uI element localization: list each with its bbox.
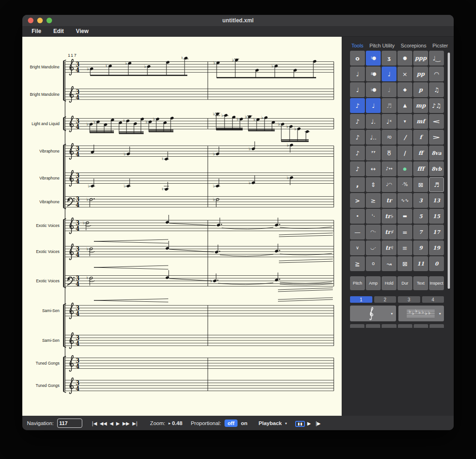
text-button[interactable]: Text [413, 276, 428, 290]
proportional-off-button[interactable]: off [225, 419, 238, 427]
duration-arrows-button[interactable]: ↔ [366, 161, 381, 176]
step-back-button[interactable]: ◀ [108, 420, 115, 427]
clipped-button-3[interactable] [382, 324, 396, 328]
score-canvas[interactable]: 117Bright Mandoline34Bright Mandoline34L… [22, 37, 342, 416]
dur-button[interactable]: Dur [397, 276, 412, 290]
beamed-pair-button[interactable]: ♫ [429, 82, 444, 97]
slur-button[interactable]: ◠ [429, 67, 444, 81]
key-signature-select[interactable]: ♭♭♭♭♭♭♭▼ [398, 306, 444, 321]
diamond-notehead-button[interactable]: ◆ [397, 82, 412, 97]
eighth-and-pair-button[interactable]: ♪♫ [429, 98, 444, 113]
accent-line-button[interactable]: ≥ [366, 193, 381, 208]
quarter-note-sel-button[interactable]: ♩ [366, 98, 381, 113]
amp-button[interactable]: Amp [366, 276, 381, 290]
up-bow-button[interactable]: ∨ [350, 240, 365, 255]
double-dotted-note-button[interactable]: ♩.. [366, 130, 381, 145]
clipped-button-5[interactable] [414, 324, 428, 328]
trill-natural-button[interactable]: tr♮ [382, 240, 397, 255]
panel-tab-scorepions[interactable]: Scorepions [401, 43, 426, 48]
quarter-rest-button[interactable]: ʒ [382, 51, 397, 66]
dynamic-pp-button[interactable]: pp [413, 67, 428, 81]
inverted-fermata-button[interactable]: ◡· [366, 240, 381, 255]
grace-slash-button[interactable]: ∕ [397, 130, 412, 145]
sharp-harmonic-button[interactable]: ♯o [382, 130, 397, 145]
clipped-button-1[interactable] [350, 324, 364, 328]
trill-sharp-button[interactable]: tr♯ [382, 225, 397, 239]
dynamic-fff-button[interactable]: fff [413, 161, 428, 176]
preset-tab-3[interactable]: 3 [398, 296, 420, 303]
quarter-note-button[interactable]: ♩ [382, 67, 397, 81]
harmonic-circle-button[interactable]: o [366, 256, 381, 271]
dotted-note-button[interactable]: ♩. [366, 114, 381, 129]
percent-repeat-button[interactable]: ·% [397, 177, 412, 192]
natural-notehead-button[interactable]: ♮● [366, 51, 381, 66]
rewind-button[interactable]: ◀◀ [99, 420, 108, 427]
tremolo-two-button[interactable]: = [397, 225, 412, 239]
tied-note-button[interactable]: ♩‿ [429, 51, 444, 66]
dynamic-ppp-button[interactable]: ppp [413, 51, 428, 66]
fermata-button[interactable]: ◠· [366, 225, 381, 239]
x-notehead-button[interactable]: × [397, 67, 412, 81]
trill-button[interactable]: tr [382, 193, 397, 208]
beamed-sixteenths-button[interactable]: ♬ [382, 98, 397, 113]
preset-tab-4[interactable]: 4 [422, 296, 444, 303]
dynamic-f-button[interactable]: f [413, 130, 428, 145]
triangle-notehead-button[interactable]: ▲ [397, 98, 412, 113]
sixteenth-note-button[interactable]: ♪ [350, 114, 365, 129]
bend-arc-button[interactable]: ♩◠ [382, 177, 397, 192]
accent-button[interactable]: > [350, 193, 365, 208]
hold-button[interactable]: Hold [382, 276, 397, 290]
tuplet-9-button[interactable]: 9 [413, 240, 428, 255]
octave-down-button[interactable]: 8vb [429, 161, 444, 176]
flat-notehead-button[interactable]: ♭● [366, 82, 381, 97]
thirtysecond-note-button[interactable]: ♪ [350, 130, 365, 145]
accent-tenuto-button[interactable]: ≧ [350, 256, 365, 271]
triangle-down-small-button[interactable]: ▾ [397, 114, 412, 129]
preset-tab-2[interactable]: 2 [374, 296, 397, 303]
sixtyfourth-note-button[interactable]: ♪ [350, 146, 365, 160]
clipped-button-2[interactable] [366, 324, 380, 328]
quarter-note-ghost-button[interactable]: ♩ [382, 82, 397, 97]
skip-to-end-button[interactable]: ▶| [131, 420, 139, 427]
quarter-note-alt-button[interactable]: ♩ [350, 82, 365, 97]
play-button[interactable]: ▶ [305, 420, 313, 427]
trill-flat-button[interactable]: tr♭ [382, 209, 397, 224]
tremolo-slash-button[interactable]: ∕ [397, 146, 412, 160]
dynamic-p-button[interactable]: p [413, 82, 428, 97]
tremolo-three-button[interactable]: ≡ [397, 240, 412, 255]
panel-tab-pitch-utility[interactable]: Pitch Utility [370, 43, 395, 48]
breath-mark-button[interactable]: , [350, 177, 365, 192]
proportional-on-button[interactable]: on [241, 420, 247, 426]
tuplet-17-button[interactable]: 17 [429, 225, 444, 239]
clef-select[interactable]: ▼ [350, 306, 396, 321]
tuplet-19-button[interactable]: 19 [429, 240, 444, 255]
playback-menu[interactable]: Playback [258, 420, 282, 426]
play-from-button[interactable]: |▶ [313, 420, 323, 427]
boxed-x-alt-button[interactable]: ⊠ [397, 256, 412, 271]
note-shift-arrows-button[interactable]: ♪↔ [382, 161, 397, 176]
boxed-x-button[interactable]: ⊠ [413, 177, 428, 192]
onetwentyeighth-note-button[interactable]: ♪ [350, 161, 365, 176]
tuplet-7-button[interactable]: 7 [413, 225, 428, 239]
oval-notehead-button[interactable]: ● [397, 51, 412, 66]
tremolo-one-button[interactable]: ▬ [397, 209, 412, 224]
zoom-disclosure-icon[interactable]: ▸ [168, 421, 171, 426]
eighth-rest-pair-button[interactable]: ⁷⁷ [366, 146, 381, 160]
whole-note-button[interactable]: o [350, 51, 365, 66]
step-forward-button[interactable]: ▶ [115, 420, 121, 427]
pitch-button[interactable]: Pitch [350, 276, 365, 290]
panel-scrollbar[interactable] [448, 53, 450, 289]
fast-forward-button[interactable]: ▶▶ [121, 420, 131, 427]
preset-tab-1[interactable]: 1 [350, 296, 372, 303]
mordent-arrow-button[interactable]: ↝ [382, 256, 397, 271]
harmonic-lines-button[interactable]: o̿ [382, 146, 397, 160]
dynamic-ff-button[interactable]: ff [413, 146, 428, 160]
tuplet-15-button[interactable]: 15 [429, 209, 444, 224]
tuplet-13-button[interactable]: 13 [429, 193, 444, 208]
navigation-input[interactable]: 117 [57, 419, 82, 428]
eighth-note-button[interactable]: ♪ [350, 98, 365, 113]
tuplet-11-button[interactable]: 11 [413, 256, 428, 271]
tuplet-3-button[interactable]: 3 [413, 193, 428, 208]
menu-file[interactable]: File [32, 28, 41, 34]
inspect-button[interactable]: Inspect [429, 276, 444, 290]
